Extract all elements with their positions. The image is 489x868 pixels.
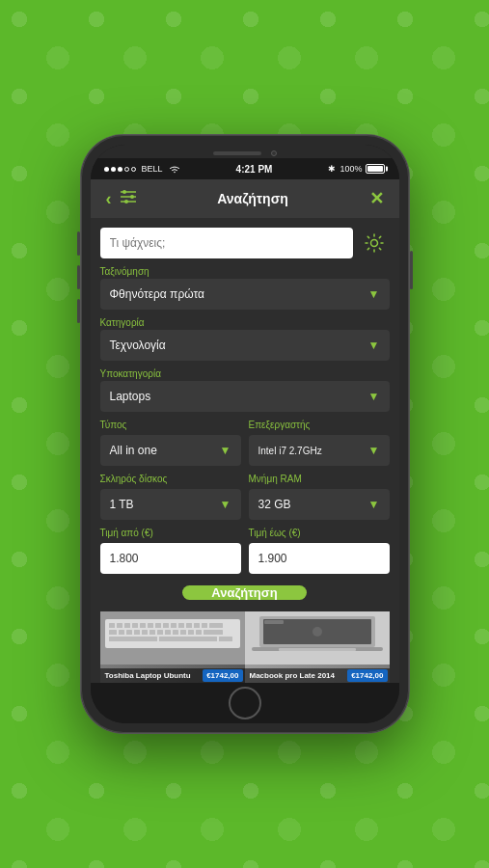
- back-button[interactable]: ‹: [102, 185, 116, 213]
- phone-frame: BELL 4:21 PM ✱ 100% ‹: [81, 135, 409, 733]
- type-arrow-icon: ▼: [220, 444, 231, 457]
- ram-dropdown[interactable]: 32 GB ▼: [249, 489, 390, 520]
- sort-label: Ταξινόμηση: [100, 266, 390, 277]
- svg-rect-16: [163, 623, 169, 628]
- search-row: [100, 228, 390, 258]
- svg-rect-42: [264, 620, 284, 624]
- svg-rect-27: [142, 630, 148, 635]
- products-row: Toshiba Laptop Ubuntu €1742,00: [100, 611, 390, 683]
- processor-arrow-icon: ▼: [368, 444, 380, 457]
- svg-rect-33: [188, 630, 194, 635]
- subcategory-value: Laptops: [110, 390, 151, 403]
- home-button[interactable]: [229, 687, 261, 719]
- hdd-dropdown[interactable]: 1 TB ▼: [100, 489, 241, 520]
- svg-rect-26: [134, 630, 140, 635]
- price-from-input[interactable]: [100, 543, 241, 574]
- close-button[interactable]: ✕: [366, 184, 388, 213]
- svg-rect-21: [202, 623, 207, 628]
- subcategory-label: Υποκατηγορία: [100, 368, 390, 379]
- type-col: Τύπος All in one ▼: [100, 418, 241, 466]
- svg-rect-19: [186, 623, 192, 628]
- processor-label: Επεξεργαστής: [249, 420, 390, 430]
- svg-rect-32: [180, 630, 186, 635]
- filter-icon: [120, 190, 137, 203]
- home-area: [91, 683, 399, 723]
- svg-point-6: [370, 240, 377, 247]
- svg-rect-44: [279, 648, 356, 651]
- carrier-label: BELL: [142, 164, 163, 174]
- svg-rect-29: [157, 630, 163, 635]
- sort-arrow-icon: ▼: [368, 287, 380, 301]
- nav-bar: ‹ Αναζήτηση ✕: [91, 179, 399, 218]
- type-dropdown[interactable]: All in one ▼: [100, 435, 241, 466]
- speaker-grille: [213, 151, 261, 155]
- price-to-input[interactable]: [249, 543, 390, 574]
- svg-rect-25: [126, 630, 132, 635]
- subcategory-section: Υποκατηγορία Laptops ▼: [100, 366, 390, 412]
- svg-rect-10: [117, 623, 122, 628]
- svg-point-4: [130, 195, 134, 199]
- price-to-col: Τιμή έως (€): [249, 526, 390, 574]
- search-button[interactable]: Αναζήτηση: [182, 585, 306, 600]
- category-label: Κατηγορία: [100, 317, 390, 328]
- ram-value: 32 GB: [258, 498, 291, 511]
- svg-rect-35: [204, 630, 223, 635]
- price-to-label: Τιμή έως (€): [249, 528, 390, 538]
- product-card-1[interactable]: Toshiba Laptop Ubuntu €1742,00: [100, 611, 245, 683]
- signal-dots: [104, 167, 136, 172]
- svg-rect-18: [178, 623, 184, 628]
- signal-dot-2: [111, 167, 116, 172]
- svg-rect-11: [124, 623, 130, 628]
- svg-rect-15: [155, 623, 161, 628]
- processor-value: Intel i7 2.7GHz: [258, 446, 322, 456]
- svg-rect-24: [119, 630, 124, 635]
- svg-rect-34: [196, 630, 202, 635]
- svg-rect-14: [148, 623, 153, 628]
- sort-value: Φθηνότερα πρώτα: [110, 287, 204, 301]
- subcategory-dropdown[interactable]: Laptops ▼: [100, 381, 390, 412]
- product-card-2[interactable]: Macbook pro Late 2014 €1742,00: [245, 611, 390, 683]
- svg-rect-23: [109, 630, 117, 635]
- svg-point-3: [122, 190, 126, 194]
- volume-up-button: [77, 231, 80, 256]
- svg-rect-28: [149, 630, 155, 635]
- price-row: Τιμή από (€) Τιμή έως (€): [100, 526, 390, 574]
- svg-point-5: [124, 200, 128, 203]
- gear-button[interactable]: [359, 228, 390, 258]
- power-button: [410, 251, 413, 289]
- type-label: Τύπος: [100, 420, 241, 430]
- phone-top-detail: [91, 145, 399, 158]
- processor-dropdown[interactable]: Intel i7 2.7GHz ▼: [249, 435, 390, 466]
- svg-rect-17: [171, 623, 177, 628]
- svg-rect-20: [194, 623, 200, 628]
- bluetooth-icon: ✱: [328, 164, 336, 174]
- search-input[interactable]: [100, 228, 353, 258]
- product-image-1: [100, 611, 245, 665]
- sort-dropdown[interactable]: Φθηνότερα πρώτα ▼: [100, 279, 390, 310]
- price-from-col: Τιμή από (€): [100, 526, 241, 574]
- filter-button[interactable]: [116, 186, 141, 211]
- category-value: Τεχνολογία: [110, 339, 166, 352]
- hdd-value: 1 TB: [110, 498, 134, 511]
- svg-rect-38: [219, 637, 232, 641]
- clock: 4:21 PM: [236, 164, 273, 175]
- hdd-label: Σκληρός δίσκος: [100, 474, 241, 484]
- signal-dot-5: [131, 167, 136, 172]
- subcategory-arrow-icon: ▼: [368, 390, 380, 403]
- svg-rect-31: [173, 630, 178, 635]
- svg-rect-37: [159, 637, 217, 641]
- nav-title: Αναζήτηση: [141, 191, 366, 206]
- svg-rect-12: [132, 623, 138, 628]
- battery-fill: [367, 166, 383, 172]
- category-dropdown[interactable]: Τεχνολογία ▼: [100, 330, 390, 361]
- svg-rect-9: [109, 623, 115, 628]
- ram-label: Μνήμη RAM: [249, 474, 390, 484]
- hdd-ram-row: Σκληρός δίσκος 1 TB ▼ Μνήμη RAM 32 GB ▼: [100, 472, 390, 520]
- type-processor-row: Τύπος All in one ▼ Επεξεργαστής Intel i7…: [100, 418, 390, 466]
- signal-dot-3: [118, 167, 122, 172]
- product-price-1: €1742,00: [203, 669, 242, 682]
- battery-indicator: [366, 164, 385, 174]
- type-value: All in one: [110, 444, 157, 457]
- product-image-2: [245, 611, 390, 665]
- hdd-arrow-icon: ▼: [220, 498, 231, 511]
